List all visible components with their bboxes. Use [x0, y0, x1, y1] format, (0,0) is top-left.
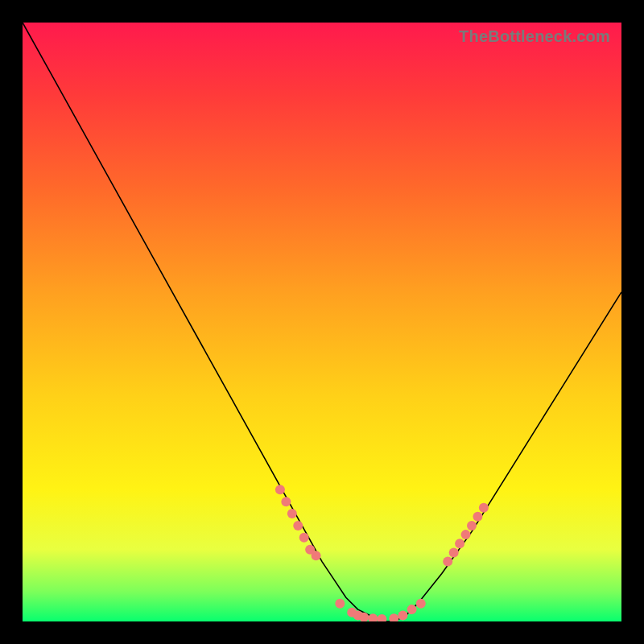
- data-marker: [293, 521, 303, 530]
- data-marker: [443, 557, 452, 567]
- data-marker: [275, 485, 285, 494]
- chart-frame: TheBottleneck.com: [0, 0, 644, 644]
- data-marker: [449, 547, 459, 557]
- curve-line: [23, 23, 621, 621]
- data-marker: [398, 611, 407, 621]
- data-marker: [377, 614, 386, 621]
- data-marker: [461, 530, 471, 539]
- plot-area: TheBottleneck.com: [23, 23, 621, 621]
- data-marker: [287, 509, 297, 518]
- data-marker: [467, 521, 477, 530]
- data-marker: [281, 497, 291, 506]
- data-marker: [299, 533, 309, 543]
- data-marker: [407, 605, 417, 614]
- data-marker: [473, 512, 482, 522]
- data-marker: [479, 503, 489, 513]
- data-marker: [335, 599, 345, 609]
- data-marker: [416, 599, 426, 609]
- data-marker: [455, 539, 464, 548]
- bottleneck-chart: [23, 23, 621, 621]
- data-marker: [389, 613, 398, 621]
- data-marker: [312, 551, 321, 560]
